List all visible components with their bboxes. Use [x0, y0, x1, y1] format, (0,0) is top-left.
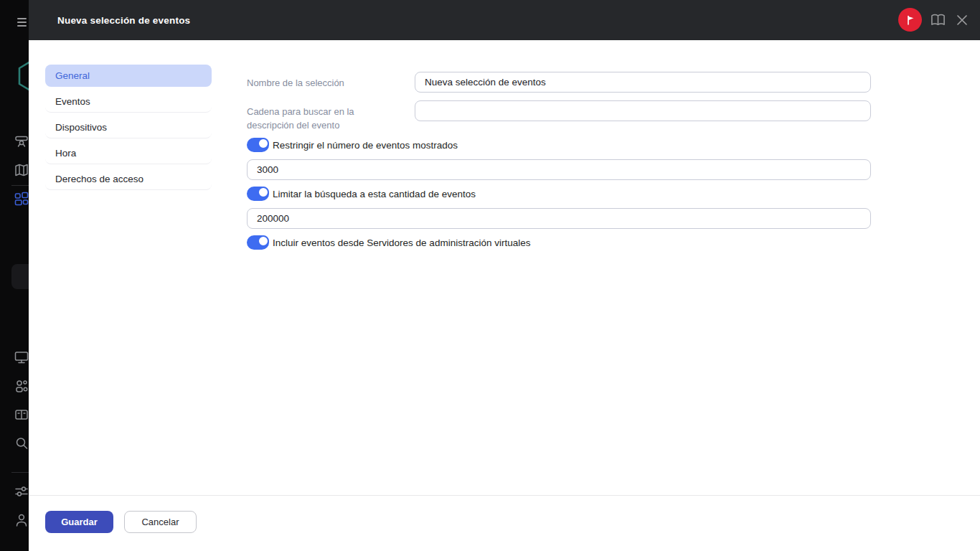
- tab-hora[interactable]: Hora: [45, 142, 212, 164]
- logo-hexagon: [18, 60, 29, 92]
- save-button[interactable]: Guardar: [45, 511, 113, 533]
- menu-icon[interactable]: [17, 18, 27, 27]
- modal-title: Nueva selección de eventos: [57, 0, 190, 40]
- devices-icon[interactable]: [14, 349, 29, 365]
- selection-name-input[interactable]: [415, 72, 871, 93]
- cancel-button[interactable]: Cancelar: [124, 511, 197, 533]
- limit-search-toggle[interactable]: [247, 187, 269, 201]
- grid-selections-icon[interactable]: [14, 191, 29, 207]
- toggle-knob: [258, 187, 269, 198]
- sidebar-divider: [11, 472, 29, 473]
- search-icon[interactable]: [14, 435, 29, 451]
- limit-search-label: Limitar la búsqueda a esta cantidad de e…: [273, 189, 476, 199]
- whats-new-flag-button[interactable]: [898, 8, 922, 32]
- app-window: Nueva selección de eventos: [0, 0, 980, 551]
- users-icon[interactable]: [14, 378, 29, 394]
- map-icon[interactable]: [14, 162, 29, 178]
- sidebar-divider: [11, 185, 29, 186]
- restrict-events-label: Restringir el número de eventos mostrado…: [273, 140, 458, 151]
- include-virtual-servers-toggle[interactable]: [247, 235, 269, 250]
- servers-icon[interactable]: [14, 407, 29, 423]
- tab-dispositivos[interactable]: Dispositivos: [45, 116, 212, 138]
- tab-general[interactable]: General: [45, 65, 212, 87]
- tab-eventos[interactable]: Eventos: [45, 90, 212, 113]
- modal-body: General Eventos Dispositivos Hora Derech…: [29, 40, 980, 551]
- include-virtual-servers-label: Incluir eventos desde Servidores de admi…: [273, 237, 530, 248]
- flag-icon: [905, 14, 916, 26]
- book-icon: [930, 13, 946, 27]
- settings-sliders-icon[interactable]: [14, 484, 29, 499]
- restrict-events-count-input[interactable]: [247, 159, 871, 180]
- sidebar-active-highlight: [11, 264, 29, 289]
- monitoring-icon[interactable]: [14, 133, 29, 149]
- search-string-input[interactable]: [415, 100, 871, 121]
- modal-header: Nueva selección de eventos: [29, 0, 980, 40]
- section-nav: General Eventos Dispositivos Hora Derech…: [45, 65, 212, 194]
- toggle-knob: [258, 235, 269, 247]
- selection-name-label: Nombre de la selección: [247, 76, 412, 90]
- limit-search-count-input[interactable]: [247, 208, 871, 229]
- tab-derechos-de-acceso[interactable]: Derechos de acceso: [45, 168, 212, 190]
- toggle-knob: [258, 138, 269, 149]
- footer-divider: [29, 495, 980, 496]
- close-icon[interactable]: [956, 14, 968, 26]
- app-sidebar: [0, 0, 29, 551]
- restrict-events-toggle[interactable]: [247, 138, 269, 152]
- search-string-label: Cadena para buscar en la descripción del…: [247, 105, 376, 132]
- help-book-button[interactable]: [930, 13, 946, 27]
- account-icon[interactable]: [14, 512, 29, 528]
